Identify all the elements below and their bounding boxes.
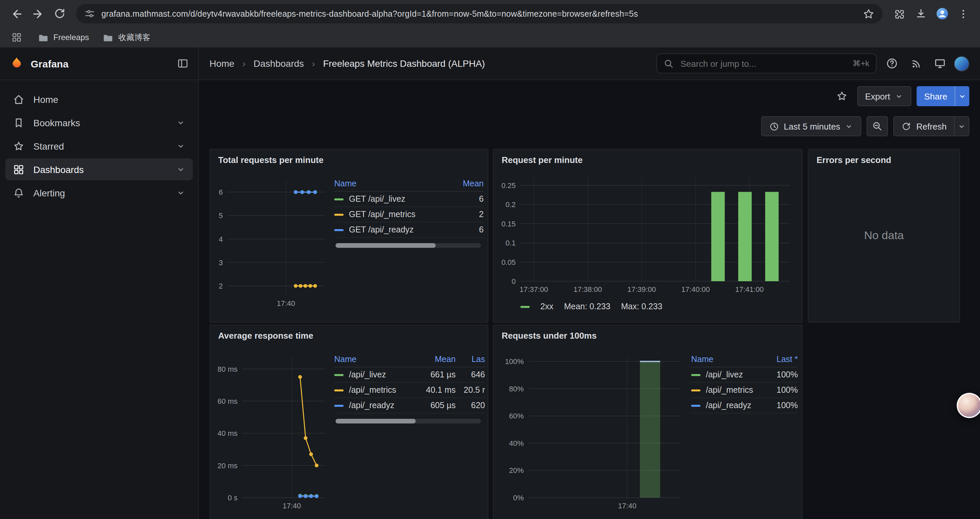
user-avatar[interactable] (954, 56, 969, 71)
extensions-button[interactable] (889, 4, 909, 24)
legend-col-mean[interactable]: Mean (444, 179, 484, 188)
legend-scrollbar[interactable] (336, 419, 481, 423)
series-color-chip (334, 198, 344, 200)
legend-col-name[interactable]: Name (691, 355, 768, 364)
share-button[interactable]: Share (917, 86, 955, 106)
panel-title[interactable]: Average response time (218, 331, 313, 341)
bookmark-item-freeleaps[interactable]: Freeleaps (37, 32, 89, 43)
search-input[interactable] (679, 58, 847, 69)
series-name[interactable]: /api/_metrics (349, 385, 396, 395)
legend-row[interactable]: /api/_metrics 100% (691, 383, 798, 398)
scrollbar-thumb[interactable] (336, 419, 415, 423)
sidebar-item-starred[interactable]: Starred (5, 135, 193, 157)
panel-request-per-minute[interactable]: Request per minute 0.250.20.150.10.05017… (493, 149, 803, 323)
legend-col-name[interactable]: Name (334, 179, 444, 188)
dashboard-controls: Export Share (832, 86, 969, 106)
series-color-chip (334, 389, 344, 391)
share-dropdown-button[interactable] (955, 86, 969, 106)
scrollbar-thumb[interactable] (336, 243, 436, 248)
legend-scrollbar[interactable] (336, 243, 481, 248)
collapse-sidebar-button[interactable] (177, 57, 189, 69)
back-button[interactable] (7, 4, 27, 24)
sidebar-item-dashboards[interactable]: Dashboards (5, 158, 193, 180)
bookmark-star-icon[interactable] (862, 8, 875, 20)
menu-button[interactable] (953, 4, 973, 24)
legend-row[interactable]: /api/_livez 100% (691, 367, 798, 383)
refresh-interval-dropdown[interactable] (954, 117, 969, 136)
legend-col-last[interactable]: Last * (768, 355, 798, 364)
chevron-down-icon[interactable] (176, 188, 185, 197)
chevron-down-icon (958, 92, 967, 101)
sidebar-logo-row: Grafana (0, 48, 198, 80)
panel-title[interactable]: Requests under 100ms (502, 331, 597, 341)
export-button[interactable]: Export (857, 86, 911, 106)
legend-row[interactable]: /api/_readyz 605 µs 620 (334, 398, 485, 414)
downloads-button[interactable] (911, 4, 931, 24)
series-last: 620 (456, 401, 485, 410)
chevron-down-icon[interactable] (176, 164, 185, 174)
panel-title[interactable]: Total requests per minute (218, 155, 323, 165)
sidebar-item-bookmarks[interactable]: Bookmarks (5, 112, 193, 134)
series-name[interactable]: /api/_metrics (706, 385, 753, 395)
panel-average-response-time[interactable]: Average response time 80 ms60 ms40 ms20 … (210, 325, 488, 519)
legend-row[interactable]: /api/_metrics 40.1 ms 20.5 r (334, 383, 485, 398)
legend-row[interactable]: /api/_readyz 100% (691, 398, 798, 414)
svg-text:20%: 20% (509, 466, 524, 474)
panel-total-requests[interactable]: Total requests per minute 6543217:40 Nam… (210, 149, 488, 323)
series-color-chip (334, 374, 344, 376)
reload-button[interactable] (49, 4, 69, 24)
kiosk-mode-button[interactable] (930, 53, 950, 73)
legend-row[interactable]: GET /api/_readyz 6 (334, 222, 484, 238)
series-name[interactable]: /api/_readyz (706, 401, 751, 410)
search-shortcut: ⌘+k (853, 59, 869, 68)
floating-assistant-avatar[interactable] (957, 393, 980, 418)
forward-button[interactable] (28, 4, 48, 24)
legend-row[interactable]: GET /api/_livez 6 (334, 192, 484, 207)
legend-row[interactable]: /api/_livez 661 µs 646 (334, 367, 485, 383)
series-name[interactable]: /api/_livez (706, 370, 743, 379)
series-name[interactable]: GET /api/_readyz (349, 225, 414, 235)
series-name[interactable]: /api/_livez (349, 370, 386, 379)
sidebar-item-label: Starred (33, 141, 64, 151)
apps-button[interactable] (10, 30, 24, 45)
chevron-down-icon[interactable] (176, 141, 185, 151)
chevron-down-icon (845, 122, 854, 131)
panel-errors-per-second[interactable]: Errors per second No data (808, 149, 960, 323)
svg-text:17:39:00: 17:39:00 (627, 285, 656, 294)
breadcrumb-dashboards[interactable]: Dashboards (253, 58, 304, 69)
panel-title[interactable]: Request per minute (502, 155, 583, 165)
grafana-logo-icon[interactable] (10, 56, 24, 71)
time-range-label: Last 5 minutes (784, 121, 840, 131)
average-response-time-chart: 80 ms60 ms40 ms20 ms0 s17:40 (214, 352, 329, 512)
profile-button[interactable] (932, 4, 952, 24)
legend-col-mean[interactable]: Mean (415, 355, 456, 364)
chevron-down-icon[interactable] (176, 118, 185, 127)
sidebar-item-home[interactable]: Home (5, 88, 193, 110)
svg-text:100%: 100% (505, 357, 524, 366)
sidebar-item-alerting[interactable]: Alerting (5, 182, 193, 204)
series-name[interactable]: GET /api/_livez (349, 194, 405, 204)
legend-table: Name Last * /api/_livez 100% /api/_metri… (691, 352, 798, 414)
url-text[interactable]: grafana.mathmast.com/d/deytv4rwavabkb/fr… (102, 9, 857, 18)
legend-row[interactable]: GET /api/_metrics 2 (334, 207, 484, 222)
url-bar[interactable]: grafana.mathmast.com/d/deytv4rwavabkb/fr… (76, 4, 883, 23)
breadcrumb-home[interactable]: Home (210, 58, 234, 69)
help-button[interactable] (882, 53, 902, 73)
panel-requests-under-100ms[interactable]: Requests under 100ms 100%80%60%40%20%0%1… (493, 325, 803, 519)
site-settings-icon[interactable] (84, 8, 95, 19)
legend-col-name[interactable]: Name (334, 355, 415, 364)
news-button[interactable] (906, 53, 926, 73)
legend-col-last[interactable]: Las (456, 355, 485, 364)
series-mean: 6 (444, 194, 484, 204)
legend-item-2xx[interactable]: 2xx (520, 302, 554, 311)
series-name[interactable]: /api/_readyz (349, 401, 394, 410)
favorite-dashboard-button[interactable] (832, 86, 851, 106)
refresh-button[interactable]: Refresh (894, 117, 954, 136)
time-range-picker[interactable]: Last 5 minutes (761, 116, 862, 136)
series-name[interactable]: GET /api/_metrics (349, 210, 415, 219)
search-box[interactable]: ⌘+k (657, 53, 877, 73)
bookmark-item-blog[interactable]: 收藏博客 (102, 32, 150, 43)
svg-text:6: 6 (219, 188, 223, 196)
series-name[interactable]: 2xx (540, 302, 554, 311)
zoom-out-button[interactable] (867, 116, 888, 136)
